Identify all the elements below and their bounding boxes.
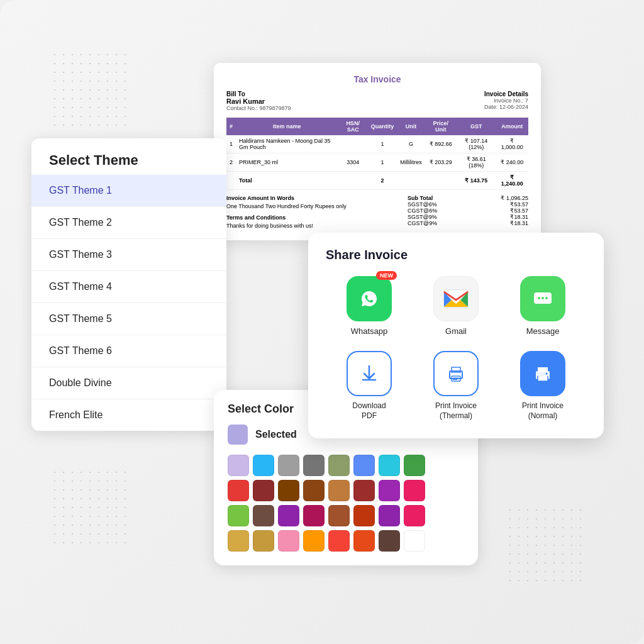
svg-point-14 <box>546 373 548 375</box>
color-swatch[interactable] <box>303 530 325 552</box>
color-swatch[interactable] <box>303 480 325 501</box>
tax-label: SGST@6% <box>408 201 437 208</box>
color-swatch[interactable] <box>228 480 249 501</box>
color-swatch[interactable] <box>328 505 350 526</box>
svg-rect-12 <box>538 376 548 381</box>
download-pdf-label: DownloadPDF <box>352 401 386 421</box>
color-swatch[interactable] <box>253 505 274 526</box>
table-cell: G <box>397 135 425 153</box>
color-swatch[interactable] <box>379 505 400 526</box>
color-swatch[interactable] <box>328 455 350 476</box>
amount-words: One Thousand Two Hundred Forty Rupees on… <box>226 203 347 209</box>
customer-name: Ravi Kumar <box>226 97 291 105</box>
color-swatch[interactable] <box>404 480 425 501</box>
color-swatch[interactable] <box>278 455 299 476</box>
color-row <box>228 530 464 552</box>
color-swatch[interactable] <box>379 530 400 552</box>
color-swatch[interactable] <box>303 455 325 476</box>
color-swatch[interactable] <box>278 480 299 501</box>
tax-label: CGST@6% <box>408 208 437 214</box>
invoice-table-header: HSN/ SAC <box>338 118 368 135</box>
tax-value: ₹53.57 <box>510 208 528 214</box>
dots-pattern-tl <box>50 50 126 126</box>
invoice-no: Invoice No.: 7 <box>484 97 528 104</box>
color-row <box>228 455 464 476</box>
color-swatch[interactable] <box>353 455 375 476</box>
share-panel: Share Invoice NEW Whatsapp <box>308 233 604 438</box>
share-gmail[interactable]: Gmail <box>433 276 479 336</box>
color-swatch[interactable] <box>353 480 375 501</box>
tax-label: CGST@9% <box>408 220 437 226</box>
theme-item[interactable]: GST Theme 1 <box>31 175 226 207</box>
color-swatch[interactable] <box>253 480 274 501</box>
invoice-table-header: Unit <box>397 118 425 135</box>
download-pdf-icon <box>347 351 392 396</box>
theme-item[interactable]: French Elite <box>31 399 226 431</box>
color-swatch[interactable] <box>328 480 350 501</box>
table-cell: Millilitres <box>397 153 425 172</box>
theme-item[interactable]: GST Theme 5 <box>31 303 226 335</box>
table-cell: 1 <box>368 135 397 153</box>
color-swatch[interactable] <box>404 455 425 476</box>
whatsapp-label: Whatsapp <box>351 326 388 336</box>
color-swatch[interactable] <box>404 505 425 526</box>
table-cell: ₹ 107.14 (12%) <box>457 135 496 153</box>
print-thermal-icon <box>433 351 479 396</box>
color-swatch[interactable] <box>253 530 274 552</box>
invoice-panel: Tax Invoice Bill To Ravi Kumar Contact N… <box>214 63 541 240</box>
amount-words-label: Invoice Amount In Words <box>226 195 347 201</box>
color-swatch[interactable] <box>404 530 425 552</box>
message-icon-circle <box>520 276 565 321</box>
print-normal-button[interactable]: Print Invoice(Normal) <box>520 351 565 421</box>
download-pdf-button[interactable]: DownloadPDF <box>347 351 392 421</box>
theme-item[interactable]: GST Theme 3 <box>31 239 226 271</box>
sub-total-value: ₹ 1,096.25 <box>501 195 528 201</box>
share-whatsapp[interactable]: NEW Whatsapp <box>347 276 392 336</box>
selected-color-swatch <box>228 425 248 445</box>
svg-point-5 <box>545 297 548 299</box>
color-swatch[interactable] <box>228 455 249 476</box>
invoice-table-header: # <box>226 118 236 135</box>
color-swatch[interactable] <box>228 505 249 526</box>
invoice-table-header: GST <box>457 118 496 135</box>
gmail-icon-circle <box>433 276 479 321</box>
color-swatch[interactable] <box>353 505 375 526</box>
table-cell: ₹ 36.61 (18%) <box>457 153 496 172</box>
color-swatch[interactable] <box>278 505 299 526</box>
color-swatch[interactable] <box>379 480 400 501</box>
theme-item[interactable]: GST Theme 4 <box>31 271 226 303</box>
customer-contact: Contact No.: 9879879879 <box>226 105 291 111</box>
share-icons-row: NEW Whatsapp <box>326 276 586 336</box>
share-message[interactable]: Message <box>520 276 565 336</box>
table-cell: 3304 <box>338 153 368 172</box>
table-cell: ₹ 240.00 <box>496 153 528 172</box>
table-cell: ₹ 892.66 <box>425 135 457 153</box>
color-swatch[interactable] <box>253 455 274 476</box>
print-thermal-label: Print Invoice(Thermal) <box>435 401 477 421</box>
table-cell: 1 <box>226 135 236 153</box>
color-swatch[interactable] <box>278 530 299 552</box>
table-cell <box>338 135 368 153</box>
theme-item[interactable]: GST Theme 6 <box>31 335 226 367</box>
tax-row: CGST@9%₹18.31 <box>408 220 528 226</box>
bill-to-label: Bill To <box>226 91 291 97</box>
invoice-table-header: Quantity <box>368 118 397 135</box>
new-badge: NEW <box>376 271 397 280</box>
color-swatch[interactable] <box>353 530 375 552</box>
print-thermal-button[interactable]: Print Invoice(Thermal) <box>433 351 479 421</box>
theme-item[interactable]: Double Divine <box>31 367 226 399</box>
table-cell: PRIMER_30 ml <box>236 153 338 172</box>
gmail-svg <box>443 289 469 309</box>
color-swatch[interactable] <box>328 530 350 552</box>
invoice-date: Date: 12-06-2024 <box>484 104 528 110</box>
terms-label: Terms and Conditions <box>226 214 347 221</box>
theme-item[interactable]: GST Theme 2 <box>31 207 226 239</box>
color-swatch[interactable] <box>303 505 325 526</box>
gmail-label: Gmail <box>445 326 467 336</box>
tax-value: ₹18.31 <box>510 214 528 220</box>
invoice-table-header: Amount <box>496 118 528 135</box>
theme-panel: Select Theme GST Theme 1GST Theme 2GST T… <box>31 138 226 431</box>
color-swatch[interactable] <box>379 455 400 476</box>
color-swatch[interactable] <box>228 530 249 552</box>
share-panel-title: Share Invoice <box>326 248 586 262</box>
